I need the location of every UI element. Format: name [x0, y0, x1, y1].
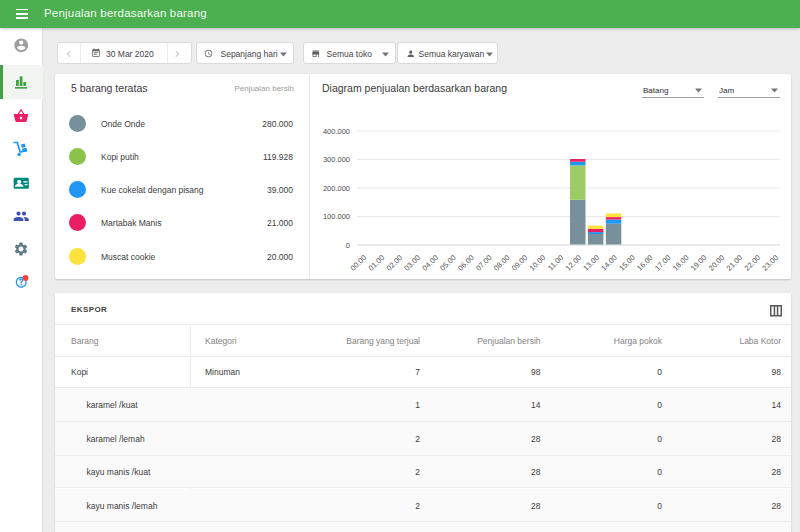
svg-text:14.00: 14.00 — [599, 253, 619, 273]
svg-text:22.00: 22.00 — [743, 253, 763, 273]
svg-text:11.00: 11.00 — [546, 253, 565, 272]
svg-text:07.00: 07.00 — [474, 253, 494, 273]
svg-text:06.00: 06.00 — [456, 253, 476, 273]
svg-text:15.00: 15.00 — [617, 253, 637, 273]
svg-text:23.00: 23.00 — [760, 253, 780, 273]
svg-text:05.00: 05.00 — [438, 253, 458, 273]
svg-text:100.000: 100.000 — [323, 212, 350, 221]
svg-text:300.000: 300.000 — [323, 155, 350, 164]
svg-text:03.00: 03.00 — [402, 253, 422, 273]
svg-text:400.000: 400.000 — [323, 127, 350, 136]
svg-text:04.00: 04.00 — [420, 253, 440, 273]
svg-text:08.00: 08.00 — [492, 253, 512, 273]
svg-text:16.00: 16.00 — [635, 253, 655, 273]
svg-text:21.00: 21.00 — [725, 253, 745, 273]
svg-text:17.00: 17.00 — [653, 253, 673, 273]
svg-text:200.000: 200.000 — [323, 184, 350, 193]
svg-text:01.00: 01.00 — [367, 253, 387, 273]
svg-text:13.00: 13.00 — [581, 253, 601, 273]
svg-text:20.00: 20.00 — [707, 253, 727, 273]
svg-text:18.00: 18.00 — [671, 253, 691, 273]
svg-text:09.00: 09.00 — [510, 253, 530, 273]
svg-text:0: 0 — [346, 241, 350, 250]
svg-text:19.00: 19.00 — [689, 253, 709, 273]
svg-text:00.00: 00.00 — [349, 253, 369, 273]
svg-text:02.00: 02.00 — [385, 253, 405, 273]
svg-text:12.00: 12.00 — [564, 253, 584, 273]
svg-text:10.00: 10.00 — [528, 253, 548, 273]
